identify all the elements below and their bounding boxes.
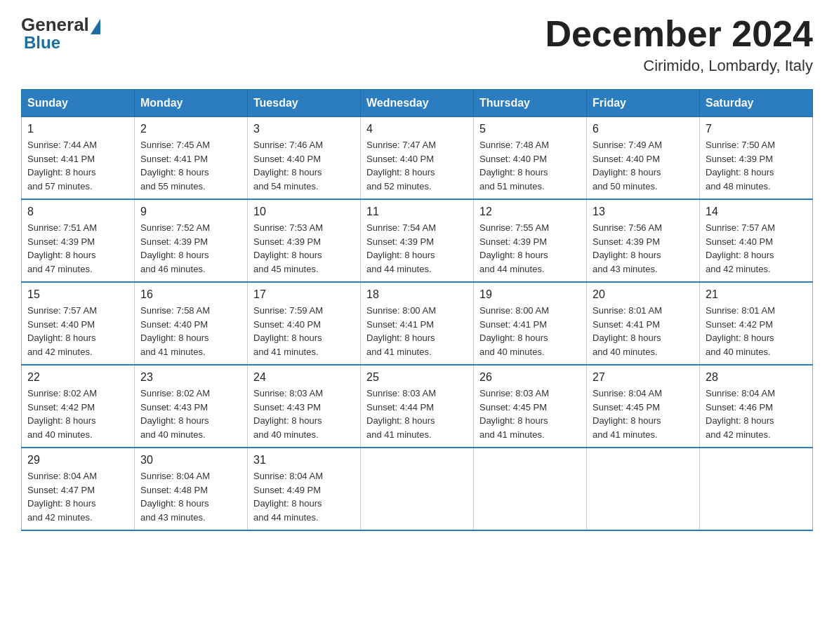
title-block: December 2024 Cirimido, Lombardy, Italy xyxy=(545,14,813,75)
calendar-cell: 1Sunrise: 7:44 AM Sunset: 4:41 PM Daylig… xyxy=(22,117,135,200)
day-number: 28 xyxy=(706,371,807,384)
day-number: 19 xyxy=(479,288,581,301)
calendar-cell: 23Sunrise: 8:02 AM Sunset: 4:43 PM Dayli… xyxy=(135,365,248,448)
calendar-cell: 22Sunrise: 8:02 AM Sunset: 4:42 PM Dayli… xyxy=(22,365,135,448)
day-info: Sunrise: 8:03 AM Sunset: 4:45 PM Dayligh… xyxy=(479,387,581,441)
day-number: 22 xyxy=(27,371,128,384)
day-info: Sunrise: 8:04 AM Sunset: 4:49 PM Dayligh… xyxy=(253,469,355,524)
calendar-cell: 20Sunrise: 8:01 AM Sunset: 4:41 PM Dayli… xyxy=(587,282,700,365)
day-number: 27 xyxy=(593,371,694,384)
day-number: 30 xyxy=(140,454,241,467)
calendar-table: SundayMondayTuesdayWednesdayThursdayFrid… xyxy=(21,89,813,531)
day-number: 21 xyxy=(706,288,807,301)
day-info: Sunrise: 7:44 AM Sunset: 4:41 PM Dayligh… xyxy=(27,138,128,193)
calendar-cell: 30Sunrise: 8:04 AM Sunset: 4:48 PM Dayli… xyxy=(135,448,248,530)
column-header-friday: Friday xyxy=(587,90,700,117)
day-number: 20 xyxy=(593,288,694,301)
calendar-cell: 2Sunrise: 7:45 AM Sunset: 4:41 PM Daylig… xyxy=(135,117,248,200)
calendar-cell xyxy=(587,448,700,530)
column-header-monday: Monday xyxy=(135,90,248,117)
day-info: Sunrise: 8:03 AM Sunset: 4:44 PM Dayligh… xyxy=(366,387,468,441)
day-number: 8 xyxy=(27,206,128,218)
calendar-cell: 21Sunrise: 8:01 AM Sunset: 4:42 PM Dayli… xyxy=(700,282,813,365)
calendar-cell: 9Sunrise: 7:52 AM Sunset: 4:39 PM Daylig… xyxy=(135,199,248,282)
day-number: 29 xyxy=(27,454,128,467)
calendar-cell: 31Sunrise: 8:04 AM Sunset: 4:49 PM Dayli… xyxy=(248,448,361,530)
logo: General Blue xyxy=(21,14,100,53)
calendar-cell: 19Sunrise: 8:00 AM Sunset: 4:41 PM Dayli… xyxy=(474,282,587,365)
day-number: 12 xyxy=(479,206,581,218)
calendar-cell: 28Sunrise: 8:04 AM Sunset: 4:46 PM Dayli… xyxy=(700,365,813,448)
calendar-cell: 27Sunrise: 8:04 AM Sunset: 4:45 PM Dayli… xyxy=(587,365,700,448)
calendar-cell: 7Sunrise: 7:50 AM Sunset: 4:39 PM Daylig… xyxy=(700,117,813,200)
calendar-cell: 4Sunrise: 7:47 AM Sunset: 4:40 PM Daylig… xyxy=(361,117,474,200)
day-number: 15 xyxy=(27,288,128,301)
calendar-cell: 11Sunrise: 7:54 AM Sunset: 4:39 PM Dayli… xyxy=(361,199,474,282)
day-info: Sunrise: 7:45 AM Sunset: 4:41 PM Dayligh… xyxy=(140,138,241,193)
column-header-thursday: Thursday xyxy=(474,90,587,117)
day-info: Sunrise: 7:56 AM Sunset: 4:39 PM Dayligh… xyxy=(593,221,694,276)
day-number: 2 xyxy=(140,123,241,135)
column-header-wednesday: Wednesday xyxy=(361,90,474,117)
day-info: Sunrise: 7:52 AM Sunset: 4:39 PM Dayligh… xyxy=(140,221,241,276)
calendar-cell: 3Sunrise: 7:46 AM Sunset: 4:40 PM Daylig… xyxy=(248,117,361,200)
calendar-cell: 6Sunrise: 7:49 AM Sunset: 4:40 PM Daylig… xyxy=(587,117,700,200)
day-info: Sunrise: 7:57 AM Sunset: 4:40 PM Dayligh… xyxy=(27,304,128,358)
day-info: Sunrise: 8:00 AM Sunset: 4:41 PM Dayligh… xyxy=(479,304,581,358)
day-info: Sunrise: 7:51 AM Sunset: 4:39 PM Dayligh… xyxy=(27,221,128,276)
logo-triangle-icon xyxy=(91,19,100,34)
day-info: Sunrise: 7:58 AM Sunset: 4:40 PM Dayligh… xyxy=(140,304,241,358)
day-info: Sunrise: 8:02 AM Sunset: 4:42 PM Dayligh… xyxy=(27,387,128,441)
day-number: 24 xyxy=(253,371,355,384)
day-number: 5 xyxy=(479,123,581,135)
calendar-cell: 17Sunrise: 7:59 AM Sunset: 4:40 PM Dayli… xyxy=(248,282,361,365)
column-header-sunday: Sunday xyxy=(22,90,135,117)
calendar-cell: 12Sunrise: 7:55 AM Sunset: 4:39 PM Dayli… xyxy=(474,199,587,282)
day-info: Sunrise: 8:03 AM Sunset: 4:43 PM Dayligh… xyxy=(253,387,355,441)
calendar-header-row: SundayMondayTuesdayWednesdayThursdayFrid… xyxy=(22,90,813,117)
calendar-cell: 29Sunrise: 8:04 AM Sunset: 4:47 PM Dayli… xyxy=(22,448,135,530)
day-info: Sunrise: 7:59 AM Sunset: 4:40 PM Dayligh… xyxy=(253,304,355,358)
day-info: Sunrise: 8:04 AM Sunset: 4:48 PM Dayligh… xyxy=(140,469,241,524)
month-title: December 2024 xyxy=(545,14,813,54)
calendar-week-row: 1Sunrise: 7:44 AM Sunset: 4:41 PM Daylig… xyxy=(22,117,813,200)
calendar-cell: 14Sunrise: 7:57 AM Sunset: 4:40 PM Dayli… xyxy=(700,199,813,282)
day-info: Sunrise: 7:57 AM Sunset: 4:40 PM Dayligh… xyxy=(706,221,807,276)
day-info: Sunrise: 7:54 AM Sunset: 4:39 PM Dayligh… xyxy=(366,221,468,276)
day-info: Sunrise: 8:04 AM Sunset: 4:47 PM Dayligh… xyxy=(27,469,128,524)
calendar-cell: 26Sunrise: 8:03 AM Sunset: 4:45 PM Dayli… xyxy=(474,365,587,448)
calendar-week-row: 22Sunrise: 8:02 AM Sunset: 4:42 PM Dayli… xyxy=(22,365,813,448)
logo-blue-text: Blue xyxy=(24,33,60,53)
day-info: Sunrise: 8:02 AM Sunset: 4:43 PM Dayligh… xyxy=(140,387,241,441)
day-number: 10 xyxy=(253,206,355,218)
calendar-cell: 13Sunrise: 7:56 AM Sunset: 4:39 PM Dayli… xyxy=(587,199,700,282)
day-number: 31 xyxy=(253,454,355,467)
day-info: Sunrise: 7:55 AM Sunset: 4:39 PM Dayligh… xyxy=(479,221,581,276)
day-number: 11 xyxy=(366,206,468,218)
day-number: 9 xyxy=(140,206,241,218)
day-number: 26 xyxy=(479,371,581,384)
page-header: General Blue December 2024 Cirimido, Lom… xyxy=(21,14,813,75)
day-number: 3 xyxy=(253,123,355,135)
day-number: 4 xyxy=(366,123,468,135)
calendar-cell xyxy=(700,448,813,530)
day-number: 25 xyxy=(366,371,468,384)
calendar-cell: 5Sunrise: 7:48 AM Sunset: 4:40 PM Daylig… xyxy=(474,117,587,200)
day-info: Sunrise: 7:46 AM Sunset: 4:40 PM Dayligh… xyxy=(253,138,355,193)
day-info: Sunrise: 8:04 AM Sunset: 4:45 PM Dayligh… xyxy=(593,387,694,441)
calendar-week-row: 15Sunrise: 7:57 AM Sunset: 4:40 PM Dayli… xyxy=(22,282,813,365)
column-header-saturday: Saturday xyxy=(700,90,813,117)
day-info: Sunrise: 8:01 AM Sunset: 4:41 PM Dayligh… xyxy=(593,304,694,358)
calendar-cell xyxy=(361,448,474,530)
column-header-tuesday: Tuesday xyxy=(248,90,361,117)
day-number: 23 xyxy=(140,371,241,384)
day-number: 1 xyxy=(27,123,128,135)
day-number: 16 xyxy=(140,288,241,301)
calendar-cell xyxy=(474,448,587,530)
day-number: 17 xyxy=(253,288,355,301)
day-info: Sunrise: 8:00 AM Sunset: 4:41 PM Dayligh… xyxy=(366,304,468,358)
day-info: Sunrise: 7:49 AM Sunset: 4:40 PM Dayligh… xyxy=(593,138,694,193)
calendar-cell: 18Sunrise: 8:00 AM Sunset: 4:41 PM Dayli… xyxy=(361,282,474,365)
calendar-cell: 15Sunrise: 7:57 AM Sunset: 4:40 PM Dayli… xyxy=(22,282,135,365)
calendar-cell: 16Sunrise: 7:58 AM Sunset: 4:40 PM Dayli… xyxy=(135,282,248,365)
